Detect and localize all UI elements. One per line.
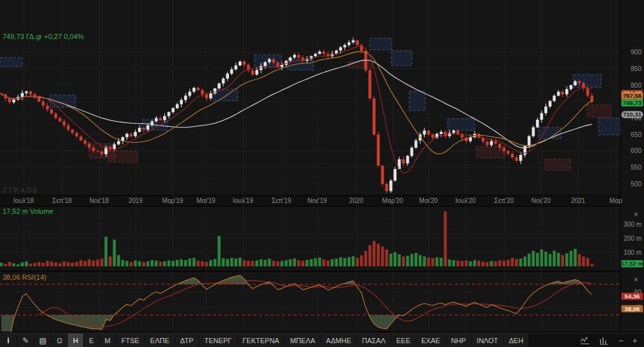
svg-text:Νοε'20: Νοε'20: [531, 197, 551, 204]
toolbar-symbol-pasal[interactable]: ΠΑΣΑΛ: [357, 334, 391, 347]
zoom-out-button[interactable]: −: [618, 336, 624, 345]
close-volume-pane-icon[interactable]: ×: [634, 210, 638, 219]
symbol-quote-label: 749,73 ΓΔ.gr +0,27 0,04%: [3, 33, 84, 40]
demand-zone[interactable]: [409, 91, 425, 110]
svg-text:710,31: 710,31: [623, 111, 642, 118]
close-rsi-pane-icon[interactable]: ×: [634, 275, 638, 284]
demand-zone[interactable]: [599, 118, 620, 134]
svg-text:550: 550: [631, 164, 641, 171]
volume-pane-label: 17,52 m Volume: [3, 207, 54, 215]
demand-zone[interactable]: [391, 51, 412, 66]
svg-text:54,36: 54,36: [625, 293, 640, 300]
svg-text:300 m: 300 m: [624, 221, 641, 228]
svg-text:650: 650: [631, 131, 641, 138]
demand-zone[interactable]: [50, 95, 75, 107]
toolbar-symbol-mpela[interactable]: ΜΠΕΛΑ: [285, 334, 320, 347]
svg-text:2021: 2021: [571, 197, 586, 204]
svg-text:Σεπ'20: Σεπ'20: [494, 197, 514, 204]
svg-text:Νοε'19: Νοε'19: [308, 197, 327, 204]
chart-canvas[interactable]: ZTRADEΙουλ'18Σεπ'18Νοε'182019Μαρ'19Μαι'1…: [0, 0, 644, 333]
toolbar-symbol-tenerg[interactable]: ΤΕΝΕΡΓ: [200, 334, 237, 347]
draw-button[interactable]: ✎: [17, 334, 34, 347]
svg-text:850: 850: [631, 65, 641, 72]
svg-text:500: 500: [631, 181, 641, 188]
table-icon: ▤: [39, 336, 46, 345]
svg-text:Μαρ'20: Μαρ'20: [382, 197, 404, 204]
toolbar-symbol-elpe[interactable]: ΕΛΠΕ: [145, 334, 175, 347]
svg-text:17,52 m: 17,52 m: [621, 260, 643, 267]
time-axis-labels[interactable]: Ιουλ'18Σεπ'18Νοε'182019Μαρ'19Μαι'19Ιουλ'…: [13, 197, 622, 204]
toolbar-tab-omega[interactable]: Ω: [52, 334, 67, 347]
toolbar-tab-h[interactable]: H: [68, 334, 83, 347]
supply-zone[interactable]: [476, 147, 505, 158]
svg-text:Νοε'18: Νοε'18: [90, 197, 109, 204]
rsi-pane-label: 38,06 RSI(14): [3, 273, 46, 281]
svg-text:600: 600: [631, 147, 641, 154]
svg-text:Μαι'20: Μαι'20: [419, 197, 438, 204]
pencil-icon: ✎: [22, 336, 29, 345]
toolbar-symbol-gekterna[interactable]: ΓΕΚΤΕΡΝΑ: [237, 334, 284, 347]
svg-text:900: 900: [631, 49, 641, 56]
demand-zone[interactable]: [0, 58, 22, 67]
toolbar-symbol-admie[interactable]: ΑΔΜΗΕ: [321, 334, 356, 347]
svg-text:Μαρ: Μαρ: [609, 197, 622, 204]
bottom-toolbar: i ✎ ▤ Ω H E M FTSE ΕΛΠΕ ΔΤΡ ΤΕΝΕΡΓ ΓΕΚΤΕ…: [0, 333, 644, 347]
toolbar-symbol-exae[interactable]: ΕΧΑΕ: [416, 334, 445, 347]
supply-zone[interactable]: [107, 151, 137, 163]
toolbar-symbol-eee[interactable]: ΕΕΕ: [391, 334, 416, 347]
info-icon: i: [7, 336, 9, 345]
svg-text:200 m: 200 m: [624, 235, 641, 242]
info-button[interactable]: i: [0, 334, 17, 347]
toolbar-right-controls: − +: [574, 334, 644, 347]
toolbar-tab-e[interactable]: E: [84, 334, 98, 347]
svg-text:Μαρ'19: Μαρ'19: [162, 197, 184, 204]
svg-text:Μαι'19: Μαι'19: [196, 197, 216, 204]
svg-text:Σεπ'18: Σεπ'18: [52, 197, 72, 204]
svg-text:38,06: 38,06: [625, 305, 640, 312]
demand-zone[interactable]: [573, 75, 601, 88]
svg-text:Σεπ'19: Σεπ'19: [272, 197, 292, 204]
svg-text:800: 800: [631, 82, 641, 89]
trading-app-window: ZTRADEΙουλ'18Σεπ'18Νοε'182019Μαρ'19Μαι'1…: [0, 0, 644, 347]
svg-text:Ιουλ'18: Ιουλ'18: [13, 197, 34, 204]
toolbar-symbol-inlot[interactable]: ΙΝΛΟΤ: [471, 334, 503, 347]
toolbar-symbol-nhr[interactable]: ΝΗΡ: [446, 334, 471, 347]
toolbar-tab-m[interactable]: M: [100, 334, 116, 347]
supply-zone[interactable]: [545, 159, 570, 171]
toolbar-symbol-dtr[interactable]: ΔΤΡ: [175, 334, 199, 347]
svg-text:2020: 2020: [349, 197, 364, 204]
demand-zone[interactable]: [213, 89, 238, 101]
svg-text:Ιουλ'19: Ιουλ'19: [233, 197, 253, 204]
demand-zone[interactable]: [370, 38, 391, 51]
toolbar-symbol-deh[interactable]: ΔΕΗ: [504, 334, 529, 347]
svg-text:100 m: 100 m: [624, 249, 641, 256]
svg-text:749,73: 749,73: [623, 99, 641, 106]
ztrade-watermark: ZTRADE: [3, 186, 39, 194]
supply-zone[interactable]: [349, 61, 373, 68]
toolbar-symbol-ftse[interactable]: FTSE: [116, 334, 145, 347]
watchlist-button[interactable]: ▤: [35, 334, 51, 347]
supply-zone[interactable]: [587, 105, 611, 117]
svg-text:2019: 2019: [129, 197, 143, 204]
demand-zone[interactable]: [448, 118, 475, 130]
zoom-in-button[interactable]: +: [632, 336, 638, 345]
svg-text:Ιουλ'20: Ιουλ'20: [455, 197, 476, 204]
svg-text:767,56: 767,56: [623, 92, 641, 99]
line-chart-icon[interactable]: [580, 336, 590, 345]
bar-chart-icon[interactable]: [599, 336, 609, 345]
